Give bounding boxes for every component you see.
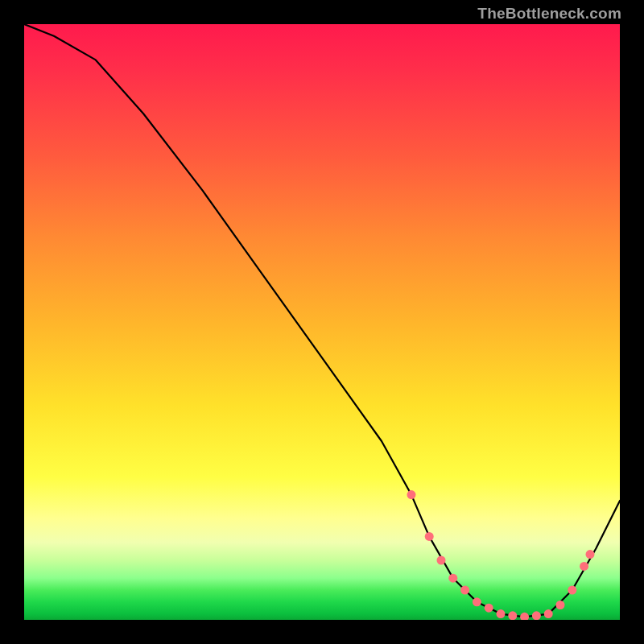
marker-dot xyxy=(556,601,565,609)
bottleneck-curve xyxy=(24,24,620,617)
marker-dot xyxy=(425,532,434,541)
chart-frame: TheBottleneck.com xyxy=(0,0,644,644)
marker-dot xyxy=(568,586,576,595)
marker-dot xyxy=(520,613,529,620)
marker-dot xyxy=(508,611,517,620)
plot-area xyxy=(24,24,620,620)
marker-dot xyxy=(485,604,493,613)
marker-dot xyxy=(460,586,469,595)
marker-dot xyxy=(407,490,416,499)
marker-dot xyxy=(532,611,541,620)
marker-dot xyxy=(473,597,481,606)
watermark-label: TheBottleneck.com xyxy=(477,5,621,23)
marker-dot xyxy=(437,556,446,565)
highlighted-range-markers xyxy=(407,490,595,620)
curve-overlay xyxy=(24,24,620,620)
marker-dot xyxy=(544,609,553,618)
marker-dot xyxy=(448,574,457,583)
marker-dot xyxy=(497,609,506,618)
marker-dot xyxy=(586,550,595,559)
marker-dot xyxy=(580,562,588,571)
